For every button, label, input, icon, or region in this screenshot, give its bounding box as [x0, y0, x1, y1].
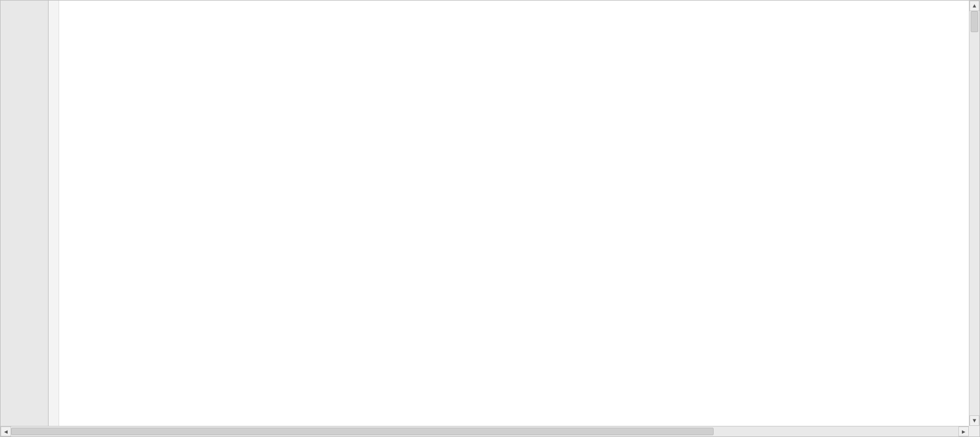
- horizontal-scroll-thumb[interactable]: [11, 428, 714, 435]
- scroll-up-button[interactable]: ▲: [969, 1, 979, 11]
- scroll-down-button[interactable]: ▼: [969, 415, 979, 426]
- line-number-gutter: [1, 1, 49, 426]
- code-area[interactable]: [59, 1, 969, 426]
- scroll-right-button[interactable]: ▶: [958, 426, 969, 436]
- vertical-scrollbar[interactable]: ▲ ▼: [969, 1, 979, 426]
- vertical-scroll-thumb[interactable]: [971, 11, 978, 32]
- scroll-corner: [969, 426, 979, 436]
- code-editor: ▲ ▼ ◀ ▶: [0, 0, 980, 437]
- fold-column: [49, 1, 59, 426]
- scroll-left-button[interactable]: ◀: [1, 426, 11, 436]
- horizontal-scrollbar[interactable]: ◀ ▶: [1, 426, 979, 436]
